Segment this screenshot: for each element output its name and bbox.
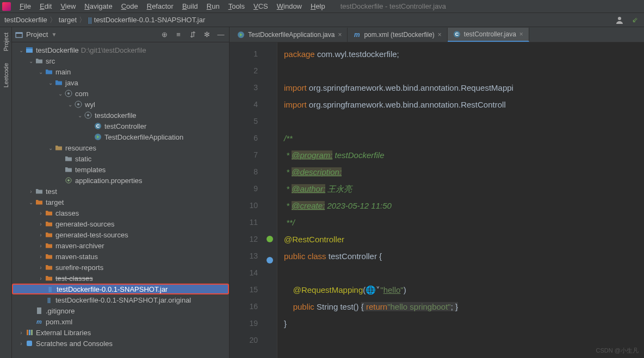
tree-item[interactable]: ›generated-test-sources <box>12 229 229 240</box>
tree-item[interactable]: .gitignore <box>12 305 229 316</box>
tree-arrow-icon[interactable]: › <box>37 243 45 249</box>
locate-icon[interactable]: ⊕ <box>159 30 169 40</box>
tree-arrow-icon[interactable]: ⌄ <box>27 199 35 205</box>
tree-item[interactable]: templates <box>12 164 229 175</box>
tree-item[interactable]: ›maven-status <box>12 251 229 262</box>
code-content[interactable]: package com.wyl.testdockerfile;import or… <box>277 42 644 358</box>
close-icon[interactable]: × <box>338 31 342 39</box>
line-number[interactable]: 2 <box>230 62 263 79</box>
tree-arrow-icon[interactable]: ⌄ <box>17 47 25 53</box>
close-icon[interactable]: × <box>519 30 523 38</box>
editor-tab[interactable]: TestDockerfileApplication.java× <box>232 28 348 42</box>
line-number[interactable]: 1 <box>230 46 263 62</box>
code-line[interactable]: **/ <box>277 214 644 231</box>
line-number[interactable]: 6 <box>230 130 263 147</box>
tree-item[interactable]: ⌄resources <box>12 142 229 153</box>
tree-item[interactable]: CtestController <box>12 121 229 131</box>
tree-item[interactable]: ⌄main <box>12 66 229 77</box>
menu-tools[interactable]: Tools <box>224 2 249 10</box>
line-number[interactable]: 13 <box>230 248 263 265</box>
editor-tab[interactable]: mpom.xml (testDockerfile)× <box>348 28 447 42</box>
line-number[interactable]: 7 <box>230 147 263 164</box>
close-icon[interactable]: × <box>438 31 442 39</box>
code-line[interactable]: * @description: <box>277 164 644 180</box>
tree-arrow-icon[interactable]: › <box>17 341 25 347</box>
code-line[interactable] <box>277 265 644 281</box>
tree-arrow-icon[interactable]: ⌄ <box>37 69 45 75</box>
tree-item[interactable]: ⌄src <box>12 55 229 66</box>
code-line[interactable]: import org.springframework.web.bind.anno… <box>277 79 644 96</box>
line-number[interactable]: 16 <box>230 298 263 315</box>
tree-arrow-icon[interactable]: › <box>37 275 45 281</box>
code-line[interactable]: /** <box>277 130 644 147</box>
tree-item[interactable]: ›classes <box>12 208 229 218</box>
code-line[interactable] <box>277 62 644 79</box>
code-line[interactable]: * @author: 王永亮 <box>277 180 644 197</box>
menu-refactor[interactable]: Refactor <box>143 2 178 10</box>
project-tree[interactable]: ⌄testDockerfileD:\git1\testDockerfile⌄sr… <box>12 42 229 358</box>
tool-tab-project[interactable]: Project <box>2 30 10 53</box>
code-line[interactable]: * @create: 2023-05-12 11:50 <box>277 197 644 214</box>
code-line[interactable]: @RequestMapping(🌐˅"hello") <box>277 281 644 298</box>
tree-item[interactable]: ⌄wyl <box>12 99 229 110</box>
tree-arrow-icon[interactable]: › <box>37 232 45 238</box>
tree-arrow-icon[interactable]: ⌄ <box>47 80 54 86</box>
code-line[interactable] <box>277 332 644 349</box>
tree-item[interactable]: ›Scratches and Consoles <box>12 338 229 349</box>
tree-item[interactable]: mpom.xml <box>12 316 229 327</box>
line-number[interactable]: 14 <box>230 265 263 281</box>
tree-item[interactable]: application.properties <box>12 175 229 186</box>
line-number[interactable]: 4 <box>230 96 263 113</box>
line-gutter[interactable]: 123456789101112131415161920 <box>230 42 263 358</box>
tree-item[interactable]: ›maven-archiver <box>12 240 229 251</box>
user-icon[interactable] <box>615 15 624 25</box>
line-number[interactable]: 15 <box>230 281 263 298</box>
tree-arrow-icon[interactable]: › <box>37 210 45 216</box>
line-number[interactable]: 12 <box>230 231 263 248</box>
tree-item[interactable]: ›test-classes <box>12 273 229 284</box>
dropdown-icon[interactable]: ▼ <box>51 32 57 37</box>
menu-view[interactable]: View <box>56 2 80 10</box>
code-line[interactable]: import org.springframework.web.bind.anno… <box>277 96 644 113</box>
line-number[interactable]: 11 <box>230 214 263 231</box>
tree-item[interactable]: ›test <box>12 186 229 197</box>
tree-item[interactable]: static <box>12 153 229 164</box>
update-icon[interactable]: ⇙ <box>630 15 640 25</box>
tree-item[interactable]: ›surefire-reports <box>12 262 229 273</box>
code-line[interactable]: } <box>277 315 644 332</box>
tree-arrow-icon[interactable]: › <box>37 254 45 260</box>
hide-icon[interactable]: — <box>216 30 226 40</box>
menu-vcs[interactable]: VCS <box>249 2 273 10</box>
tree-arrow-icon[interactable]: ⌄ <box>76 112 84 118</box>
tree-item[interactable]: ||testDockerfile-0.0.1-SNAPSHOT.jar <box>12 284 229 294</box>
collapse-icon[interactable]: ⇵ <box>188 30 197 40</box>
code-line[interactable] <box>277 113 644 130</box>
menu-code[interactable]: Code <box>117 2 143 10</box>
tool-tab-leetcode[interactable]: Leetcode <box>2 61 10 90</box>
editor-tab[interactable]: CtestController.java× <box>448 28 529 42</box>
tree-item[interactable]: ⌄java <box>12 77 229 88</box>
tree-item[interactable]: ⌄com <box>12 88 229 99</box>
tree-item[interactable]: ||testDockerfile-0.0.1-SNAPSHOT.jar.orig… <box>12 294 229 305</box>
tree-item[interactable]: TestDockerfileApplication <box>12 131 229 142</box>
tree-arrow-icon[interactable]: ⌄ <box>27 58 35 64</box>
tree-item[interactable]: ⌄testDockerfileD:\git1\testDockerfile <box>12 45 229 55</box>
line-number[interactable]: 10 <box>230 197 263 214</box>
menu-help[interactable]: Help <box>306 2 330 10</box>
sidebar-title[interactable]: Project <box>26 30 48 39</box>
tree-arrow-icon[interactable]: ⌄ <box>66 102 74 108</box>
code-line[interactable]: @RestController <box>277 231 644 248</box>
tree-item[interactable]: ›generated-sources <box>12 218 229 229</box>
menu-file[interactable]: File <box>15 2 35 10</box>
tree-arrow-icon[interactable]: ⌄ <box>47 145 54 151</box>
tree-arrow-icon[interactable]: › <box>37 221 45 227</box>
tree-item[interactable]: ⌄testdockerfile <box>12 110 229 121</box>
code-line[interactable]: public String test() { return"hello spri… <box>277 298 644 315</box>
expand-icon[interactable]: ≡ <box>174 30 183 40</box>
line-number[interactable]: 3 <box>230 79 263 96</box>
code-line[interactable]: public class testController { <box>277 248 644 265</box>
line-number[interactable]: 19 <box>230 315 263 332</box>
tree-item[interactable]: ⌄target <box>12 197 229 208</box>
tree-arrow-icon[interactable]: › <box>37 265 45 271</box>
line-number[interactable]: 9 <box>230 180 263 197</box>
